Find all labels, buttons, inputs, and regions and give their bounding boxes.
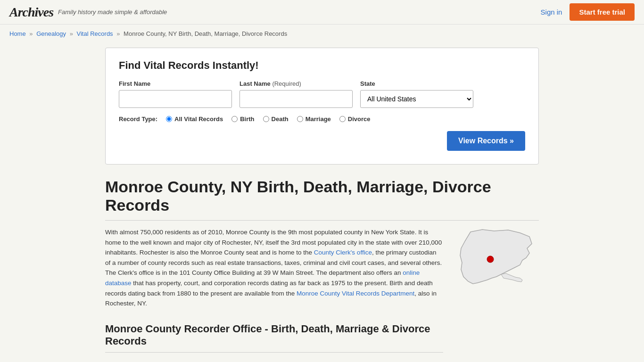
- radio-all-vital[interactable]: All Vital Records: [166, 115, 223, 123]
- breadcrumb-vital-records[interactable]: Vital Records: [77, 30, 113, 37]
- first-name-label: First Name: [119, 80, 232, 87]
- breadcrumb-current: Monroe County, NY Birth, Death, Marriage…: [124, 30, 287, 37]
- radio-birth-input[interactable]: [231, 116, 238, 122]
- tagline: Family history made simple & affordable: [58, 8, 167, 16]
- ny-map: [456, 227, 539, 300]
- breadcrumb-sep-3: »: [116, 30, 120, 37]
- state-group: State All United States: [360, 80, 473, 108]
- page-title: Monroe County, NY Birth, Death, Marriage…: [105, 178, 539, 221]
- breadcrumb-home[interactable]: Home: [9, 30, 26, 37]
- content-area: With almost 750,000 residents as of 2010…: [105, 227, 539, 362]
- radio-divorce[interactable]: Divorce: [339, 115, 371, 123]
- radio-death[interactable]: Death: [263, 115, 289, 123]
- record-type-label: Record Type:: [119, 115, 157, 123]
- breadcrumb: Home » Genealogy » Vital Records » Monro…: [0, 25, 644, 43]
- form-footer: View Records: [119, 131, 525, 151]
- ny-state-map-svg: [456, 227, 539, 300]
- county-name: Monroe County: [105, 360, 443, 362]
- site-logo: Archives: [9, 5, 53, 20]
- last-name-group: Last Name (Required): [239, 80, 353, 108]
- radio-marriage[interactable]: Marriage: [297, 115, 331, 123]
- search-box: Find Vital Records Instantly! First Name…: [105, 48, 539, 165]
- text-content: With almost 750,000 residents as of 2010…: [105, 227, 443, 362]
- breadcrumb-sep-1: »: [29, 30, 33, 37]
- breadcrumb-genealogy[interactable]: Genealogy: [36, 30, 66, 37]
- recorder-section: Monroe County Recorder Office - Birth, D…: [105, 323, 443, 362]
- radio-all-vital-label: All Vital Records: [174, 115, 223, 123]
- radio-marriage-input[interactable]: [297, 116, 303, 122]
- radio-divorce-label: Divorce: [348, 115, 371, 123]
- state-select[interactable]: All United States: [360, 90, 473, 108]
- main-content: Find Vital Records Instantly! First Name…: [96, 43, 548, 362]
- radio-death-label: Death: [272, 115, 289, 123]
- record-type-row: Record Type: All Vital Records Birth Dea…: [119, 115, 525, 123]
- sign-in-link[interactable]: Sign in: [541, 8, 562, 16]
- last-name-label: Last Name (Required): [239, 80, 353, 87]
- ny-state-shape: [460, 230, 532, 284]
- last-name-input[interactable]: [239, 90, 353, 108]
- radio-divorce-input[interactable]: [339, 116, 346, 122]
- first-name-input[interactable]: [119, 90, 232, 108]
- monroe-county-marker: [487, 256, 494, 263]
- header-right: Sign in Start free trial: [541, 3, 635, 21]
- county-info: Monroe County 39 W Main St, Rm 101 Roche…: [105, 360, 443, 362]
- vital-link[interactable]: Monroe County Vital Records Department: [297, 290, 414, 297]
- radio-marriage-label: Marriage: [305, 115, 331, 123]
- intro-paragraph: With almost 750,000 residents as of 2010…: [105, 227, 443, 309]
- long-island-shape: [501, 273, 522, 282]
- search-heading: Find Vital Records Instantly!: [119, 59, 525, 72]
- view-records-button[interactable]: View Records: [447, 131, 525, 151]
- form-fields: First Name Last Name (Required) State Al…: [119, 80, 525, 108]
- radio-birth-label: Birth: [240, 115, 254, 123]
- radio-death-input[interactable]: [263, 116, 269, 122]
- breadcrumb-sep-2: »: [70, 30, 73, 37]
- header-left: Archives Family history made simple & af…: [9, 5, 167, 20]
- state-label: State: [360, 80, 473, 87]
- clerk-link[interactable]: County Clerk's office: [314, 249, 372, 256]
- radio-birth[interactable]: Birth: [231, 115, 254, 123]
- first-name-group: First Name: [119, 80, 232, 108]
- header: Archives Family history made simple & af…: [0, 0, 644, 25]
- recorder-heading: Monroe County Recorder Office - Birth, D…: [105, 323, 443, 353]
- start-trial-button[interactable]: Start free trial: [570, 3, 635, 21]
- radio-all-vital-input[interactable]: [166, 116, 172, 122]
- ny-map-area: [456, 227, 539, 362]
